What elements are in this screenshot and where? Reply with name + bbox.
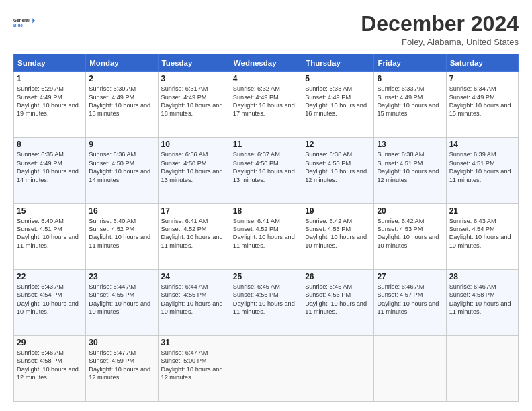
cell-info: Sunrise: 6:30 AMSunset: 4:49 PMDaylight:…: [89, 85, 150, 117]
table-row: 27 Sunrise: 6:46 AMSunset: 4:57 PMDaylig…: [374, 269, 446, 335]
day-number: 14: [449, 140, 515, 149]
table-row: 12 Sunrise: 6:38 AMSunset: 4:50 PMDaylig…: [302, 138, 374, 203]
cell-info: Sunrise: 6:42 AMSunset: 4:53 PMDaylight:…: [377, 218, 439, 249]
col-tuesday: Tuesday: [158, 54, 230, 72]
svg-text:General: General: [13, 18, 30, 23]
table-row: 29 Sunrise: 6:46 AMSunset: 4:58 PMDaylig…: [14, 335, 86, 401]
day-number: 31: [161, 338, 227, 347]
cell-info: Sunrise: 6:46 AMSunset: 4:58 PMDaylight:…: [449, 283, 511, 315]
day-number: 10: [161, 140, 227, 149]
table-row: 30 Sunrise: 6:47 AMSunset: 4:59 PMDaylig…: [86, 335, 158, 401]
cell-info: Sunrise: 6:35 AMSunset: 4:49 PMDaylight:…: [17, 151, 79, 183]
table-row: 14 Sunrise: 6:39 AMSunset: 4:51 PMDaylig…: [446, 138, 518, 203]
cell-info: Sunrise: 6:36 AMSunset: 4:50 PMDaylight:…: [89, 151, 150, 183]
table-row: 7 Sunrise: 6:34 AMSunset: 4:49 PMDayligh…: [446, 72, 518, 138]
page: General Blue December 2024 Foley, Alabam…: [0, 0, 532, 411]
day-number: 2: [89, 74, 154, 83]
day-number: 21: [449, 206, 515, 216]
table-row: 25 Sunrise: 6:45 AMSunset: 4:56 PMDaylig…: [230, 269, 302, 335]
day-number: 18: [233, 206, 299, 216]
day-number: 8: [17, 140, 83, 149]
day-number: 7: [449, 74, 515, 83]
cell-info: Sunrise: 6:38 AMSunset: 4:51 PMDaylight:…: [377, 151, 439, 183]
calendar-week-row: 22 Sunrise: 6:43 AMSunset: 4:54 PMDaylig…: [14, 269, 519, 335]
day-number: 23: [89, 272, 154, 281]
day-number: 13: [377, 140, 443, 149]
cell-info: Sunrise: 6:40 AMSunset: 4:51 PMDaylight:…: [17, 218, 79, 249]
table-row: 2 Sunrise: 6:30 AMSunset: 4:49 PMDayligh…: [86, 72, 158, 138]
calendar-header-row: Sunday Monday Tuesday Wednesday Thursday…: [14, 54, 519, 72]
col-thursday: Thursday: [302, 54, 374, 72]
cell-info: Sunrise: 6:39 AMSunset: 4:51 PMDaylight:…: [449, 151, 511, 183]
day-number: 6: [377, 74, 443, 83]
header: General Blue December 2024 Foley, Alabam…: [13, 12, 519, 47]
svg-marker-2: [32, 18, 35, 23]
cell-info: Sunrise: 6:46 AMSunset: 4:58 PMDaylight:…: [17, 349, 79, 381]
calendar-week-row: 15 Sunrise: 6:40 AMSunset: 4:51 PMDaylig…: [14, 203, 519, 269]
logo-icon: General Blue: [13, 12, 35, 34]
calendar: Sunday Monday Tuesday Wednesday Thursday…: [13, 54, 519, 402]
day-number: 16: [89, 206, 154, 216]
table-row: 17 Sunrise: 6:41 AMSunset: 4:52 PMDaylig…: [158, 203, 230, 269]
table-row: 11 Sunrise: 6:37 AMSunset: 4:50 PMDaylig…: [230, 138, 302, 203]
table-row: 8 Sunrise: 6:35 AMSunset: 4:49 PMDayligh…: [14, 138, 86, 203]
cell-info: Sunrise: 6:47 AMSunset: 5:00 PMDaylight:…: [161, 349, 223, 381]
cell-info: Sunrise: 6:33 AMSunset: 4:49 PMDaylight:…: [305, 85, 367, 117]
col-friday: Friday: [374, 54, 446, 72]
col-saturday: Saturday: [446, 54, 518, 72]
table-row: 4 Sunrise: 6:32 AMSunset: 4:49 PMDayligh…: [230, 72, 302, 138]
cell-info: Sunrise: 6:47 AMSunset: 4:59 PMDaylight:…: [89, 349, 150, 381]
day-number: 9: [89, 140, 154, 149]
col-sunday: Sunday: [14, 54, 86, 72]
calendar-week-row: 8 Sunrise: 6:35 AMSunset: 4:49 PMDayligh…: [14, 138, 519, 203]
table-row: 15 Sunrise: 6:40 AMSunset: 4:51 PMDaylig…: [14, 203, 86, 269]
day-number: 25: [233, 272, 299, 281]
table-row: [374, 335, 446, 401]
cell-info: Sunrise: 6:41 AMSunset: 4:52 PMDaylight:…: [233, 218, 295, 249]
day-number: 24: [161, 272, 227, 281]
cell-info: Sunrise: 6:38 AMSunset: 4:50 PMDaylight:…: [305, 151, 367, 183]
table-row: 31 Sunrise: 6:47 AMSunset: 5:00 PMDaylig…: [158, 335, 230, 401]
table-row: 16 Sunrise: 6:40 AMSunset: 4:52 PMDaylig…: [86, 203, 158, 269]
day-number: 17: [161, 206, 227, 216]
cell-info: Sunrise: 6:37 AMSunset: 4:50 PMDaylight:…: [233, 151, 295, 183]
table-row: 26 Sunrise: 6:45 AMSunset: 4:56 PMDaylig…: [302, 269, 374, 335]
day-number: 27: [377, 272, 443, 281]
table-row: 28 Sunrise: 6:46 AMSunset: 4:58 PMDaylig…: [446, 269, 518, 335]
cell-info: Sunrise: 6:43 AMSunset: 4:54 PMDaylight:…: [449, 218, 511, 249]
table-row: 21 Sunrise: 6:43 AMSunset: 4:54 PMDaylig…: [446, 203, 518, 269]
day-number: 20: [377, 206, 443, 216]
logo: General Blue: [13, 12, 35, 34]
table-row: [230, 335, 302, 401]
col-wednesday: Wednesday: [230, 54, 302, 72]
cell-info: Sunrise: 6:42 AMSunset: 4:53 PMDaylight:…: [305, 218, 367, 249]
day-number: 22: [17, 272, 83, 281]
day-number: 30: [89, 338, 154, 347]
day-number: 1: [17, 74, 83, 83]
day-number: 19: [305, 206, 371, 216]
table-row: 24 Sunrise: 6:44 AMSunset: 4:55 PMDaylig…: [158, 269, 230, 335]
cell-info: Sunrise: 6:36 AMSunset: 4:50 PMDaylight:…: [161, 151, 223, 183]
table-row: 23 Sunrise: 6:44 AMSunset: 4:55 PMDaylig…: [86, 269, 158, 335]
cell-info: Sunrise: 6:44 AMSunset: 4:55 PMDaylight:…: [89, 283, 150, 315]
day-number: 12: [305, 140, 371, 149]
table-row: 22 Sunrise: 6:43 AMSunset: 4:54 PMDaylig…: [14, 269, 86, 335]
table-row: 1 Sunrise: 6:29 AMSunset: 4:49 PMDayligh…: [14, 72, 86, 138]
cell-info: Sunrise: 6:46 AMSunset: 4:57 PMDaylight:…: [377, 283, 439, 315]
day-number: 4: [233, 74, 299, 83]
day-number: 11: [233, 140, 299, 149]
cell-info: Sunrise: 6:31 AMSunset: 4:49 PMDaylight:…: [161, 85, 223, 117]
cell-info: Sunrise: 6:29 AMSunset: 4:49 PMDaylight:…: [17, 85, 79, 117]
table-row: 19 Sunrise: 6:42 AMSunset: 4:53 PMDaylig…: [302, 203, 374, 269]
table-row: 9 Sunrise: 6:36 AMSunset: 4:50 PMDayligh…: [86, 138, 158, 203]
cell-info: Sunrise: 6:43 AMSunset: 4:54 PMDaylight:…: [17, 283, 79, 315]
day-number: 29: [17, 338, 83, 347]
day-number: 28: [449, 272, 515, 281]
month-title: December 2024: [361, 12, 519, 36]
cell-info: Sunrise: 6:33 AMSunset: 4:49 PMDaylight:…: [377, 85, 439, 117]
svg-text:Blue: Blue: [13, 23, 23, 28]
cell-info: Sunrise: 6:41 AMSunset: 4:52 PMDaylight:…: [161, 218, 223, 249]
location: Foley, Alabama, United States: [361, 37, 519, 47]
cell-info: Sunrise: 6:45 AMSunset: 4:56 PMDaylight:…: [233, 283, 295, 315]
table-row: 6 Sunrise: 6:33 AMSunset: 4:49 PMDayligh…: [374, 72, 446, 138]
